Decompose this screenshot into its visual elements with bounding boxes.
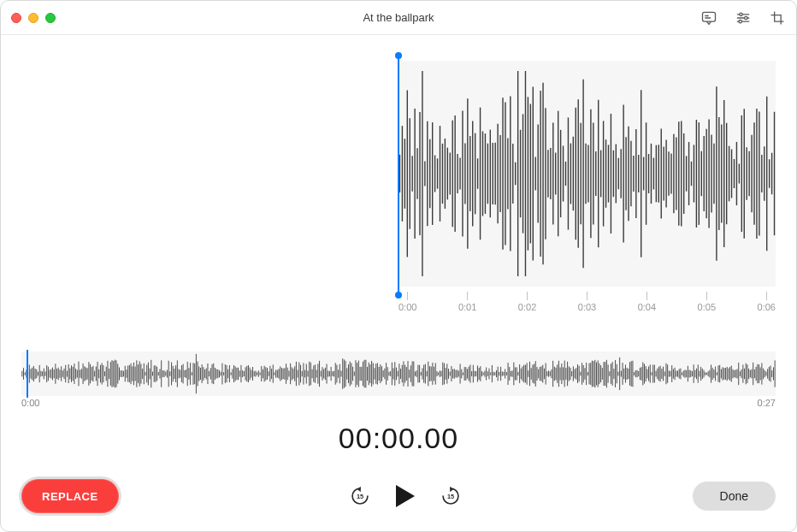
skip-forward-15-button[interactable]: 15 — [440, 485, 462, 507]
time-tick: 0:04 — [638, 292, 656, 316]
minimize-window-button[interactable] — [28, 13, 38, 23]
time-tick: 0:05 — [698, 292, 716, 316]
detail-time-ruler: 0:000:010:020:030:040:050:06 — [398, 292, 776, 316]
time-tick: 0:03 — [578, 292, 596, 316]
editor-content: 0:000:010:020:030:040:050:06 0:00 0:27 0… — [1, 35, 796, 531]
app-window: At the ballpark — [0, 0, 797, 532]
overview-waveform[interactable] — [21, 352, 776, 396]
svg-point-1 — [740, 13, 742, 15]
window-title: At the ballpark — [1, 11, 796, 24]
detail-waveform[interactable] — [398, 61, 776, 287]
time-tick: 0:00 — [398, 292, 416, 316]
settings-icon[interactable] — [735, 9, 752, 27]
done-button[interactable]: Done — [693, 482, 776, 511]
overview-start-time: 0:00 — [21, 398, 39, 408]
overview-time-labels: 0:00 0:27 — [21, 398, 776, 408]
time-tick: 0:06 — [758, 292, 776, 316]
overview-end-time: 0:27 — [758, 398, 776, 408]
titlebar: At the ballpark — [1, 1, 796, 35]
svg-text:15: 15 — [447, 493, 454, 500]
fullscreen-window-button[interactable] — [45, 13, 56, 23]
time-tick: 0:02 — [518, 292, 536, 316]
play-button[interactable] — [393, 483, 417, 509]
window-controls — [11, 13, 56, 23]
controls-row: REPLACE 15 — [21, 476, 776, 516]
transcript-icon[interactable] — [700, 9, 717, 27]
replace-button[interactable]: REPLACE — [21, 479, 119, 513]
overview-waveform-area: 0:00 0:27 — [21, 352, 776, 411]
toolbar-icons — [700, 9, 786, 27]
detail-waveform-area: 0:000:010:020:030:040:050:06 — [21, 56, 776, 326]
playback-controls: 15 15 — [349, 483, 462, 509]
overview-playhead[interactable] — [27, 350, 28, 398]
svg-rect-0 — [703, 12, 716, 21]
svg-point-2 — [745, 16, 747, 19]
close-window-button[interactable] — [11, 13, 21, 23]
time-tick: 0:01 — [458, 292, 476, 316]
svg-text:15: 15 — [357, 493, 363, 500]
playhead[interactable] — [398, 56, 399, 295]
trim-icon[interactable] — [769, 9, 786, 27]
time-display: 00:00.00 — [21, 422, 776, 455]
svg-point-3 — [739, 20, 741, 22]
skip-back-15-button[interactable]: 15 — [349, 485, 371, 507]
